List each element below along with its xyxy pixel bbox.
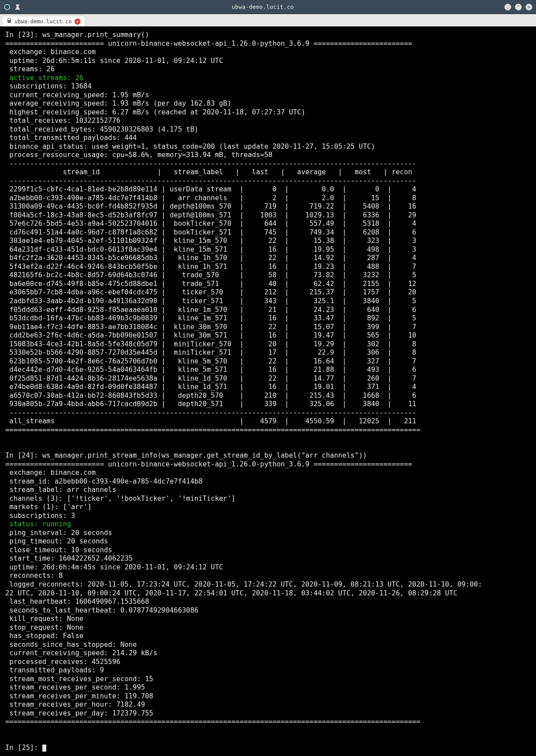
kill-req-line: kill_request: None [9,615,83,623]
stream-id-line: stream_id: a2bebb00-c393-490e-a785-4dc7e… [9,477,203,485]
proc-recv-line: processed_receives: 4525596 [9,658,120,666]
logged-reconnects-line2: 22 UTC, 2020-11-10, 09:00:24 UTC, 2020-1… [5,589,458,597]
table-sep: ----------------------------------------… [5,177,416,185]
total-recv-line: total_receives: 10322152776 [9,117,120,125]
tab-label: ubwa-demo.lucit.co [15,18,72,25]
markets-line: markets (1): ['arr'] [9,503,92,511]
total-row: all_streams | 4579 | 4550.59 | 12025 | 2… [5,417,416,425]
tab-bar: ubwa-demo.lucit.co ✕ [0,14,536,26]
rph-line: stream_receives_per_hour: 7182.49 [9,701,145,708]
avg-recv-line: average_receiving_speed: 1.93 mB/s (per … [9,99,231,107]
has-stopped-line: has_stopped: False [9,632,83,640]
subscriptions-line: subscriptions: 13684 [9,82,92,90]
stream-label-line: stream_label: arr channels [9,486,116,494]
ipython-prompt: In [24]: ws_manager.print_stream_info(ws… [5,451,367,459]
status-line: status: running [9,520,71,528]
app-menu-icon[interactable] [4,4,11,11]
ping-timeout-line: ping_timeout: 20 seconds [9,537,108,545]
stop-req-line: stop_request: None [9,624,83,631]
stream-table-rows: 2299f1c5-cbfc-4ca1-81ed-be2b8d89e114 | u… [5,185,416,408]
cursor [42,745,46,752]
minimize-button[interactable]: ⌄ [504,4,511,11]
tx-pay-line: transmitted_payloads: 9 [9,666,104,674]
reconnects-line: reconnects: 8 [9,572,63,580]
close-timeout-line: close_timeout: 10 seconds [9,546,112,554]
table-header: stream_id | stream_label | last | averag… [5,168,412,176]
rps-line: stream_receives_per_second: 1.995 [9,683,145,691]
total-bytes-line: total_received_bytes: 4590230326803 (4.1… [9,125,198,133]
lock-icon [7,18,12,25]
exchange-line: exchange: binance.com [9,469,96,477]
exchange-line: exchange: binance.com [9,48,96,56]
banner-line: ======================== unicorn-binance… [5,460,412,468]
pin-icon[interactable] [14,4,21,11]
streams-line: streams: 26 [9,65,55,73]
svg-point-0 [4,4,10,10]
channels-line: channels (3): ['!ticker', '!bookTicker',… [9,495,235,503]
sec-since-line: seconds_since_has_stopped: None [9,641,137,649]
highest-recv-line: highest_receiving_speed: 6.27 mB/s (reac… [9,108,305,116]
proc-usage-line: process_ressource_usage: cpu=58.6%, memo… [9,151,272,159]
uptime-line: uptime: 26d:6h:5m:11s since 2020-11-01, … [9,57,223,65]
close-button[interactable]: ✕ [525,4,532,11]
start-time-line: start_time: 1604222652.4062235 [9,554,133,562]
ipython-prompt: In [25]: [5,744,42,752]
bottom-sep: ========================================… [5,426,421,434]
total-tx-line: total_transmitted_payloads: 444 [9,134,137,142]
last-heartbeat-line: last_heartbeat: 1606490967.1535668 [9,598,149,606]
ipython-prompt: In [23]: ws_manager.print_summary() [5,31,149,39]
table-sep: ----------------------------------------… [5,409,416,417]
most-rps-line: stream_most_receives_per_second: 15 [9,675,153,683]
api-status-line: binance_api_status: used_weight=1, statu… [9,143,375,150]
rpm-line: stream_receives_per_minute: 119.708 [9,692,153,700]
logged-reconnects-line: logged_reconnects: 2020-11-05, 17:23:24 … [5,580,482,588]
cur-recv-line: current_receiving_speed: 214.29 kB/s [9,649,157,657]
bottom-sep: ========================================… [5,718,421,726]
uptime-line: uptime: 26d:6h:4m:45s since 2020-11-01, … [9,563,223,571]
current-recv-line: current_receiving_speed: 1.95 mB/s [9,91,149,99]
sec-hb-line: seconds_to_last_heartbeat: 0.07877492904… [9,606,198,614]
svg-rect-1 [7,20,11,23]
subs-line: subscriptions: 3 [9,512,75,520]
browser-tab[interactable]: ubwa-demo.lucit.co ✕ [2,16,85,26]
ping-interval-line: ping_interval: 20 seconds [9,529,112,537]
tab-close-icon[interactable]: ✕ [74,18,81,25]
banner-line: ======================== unicorn-binance… [5,40,412,48]
maximize-button[interactable]: ⌃ [515,4,522,11]
window-title: ubwa-demo.lucit.co [21,4,504,10]
active-streams-line: active_streams: 26 [9,74,83,82]
window-titlebar: ubwa-demo.lucit.co ⌄ ⌃ ✕ [0,0,536,14]
terminal-output[interactable]: In [23]: ws_manager.print_summary() ====… [0,26,536,756]
rpd-line: stream_receives_per_day: 172379.755 [9,709,153,717]
table-sep: ----------------------------------------… [5,160,416,168]
